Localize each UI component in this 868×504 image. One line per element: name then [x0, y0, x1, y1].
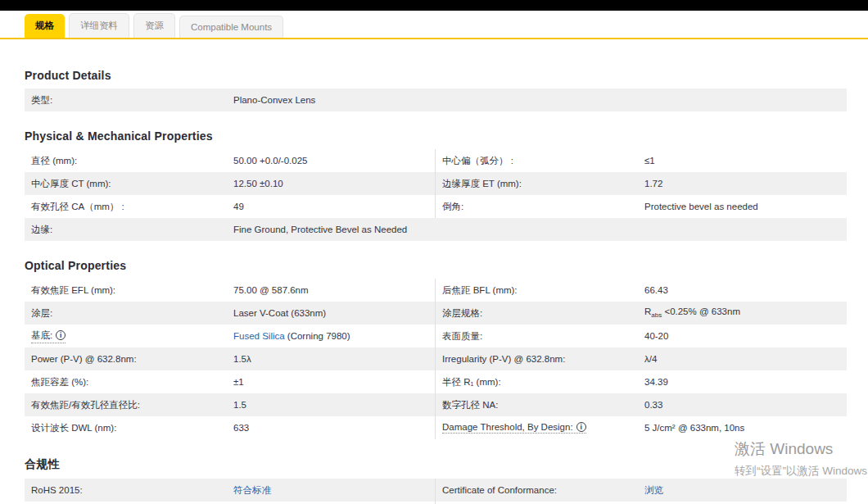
edge-label: 边缘: — [25, 224, 233, 236]
efl-ca-ratio-label: 有效焦距/有效孔径直径比: — [25, 399, 233, 411]
numerical-aperture-value: 0.33 — [644, 400, 847, 410]
section-title-optical: Optical Properties — [25, 259, 847, 272]
spec-row-dwl-damage: 设计波长 DWL (nm): 633 Damage Threshold, By … — [25, 416, 847, 439]
type-label: 类型: — [25, 94, 233, 107]
design-wavelength-value: 633 — [233, 423, 435, 433]
tab-bar: 规格 详细资料 资源 Compatible Mounts — [0, 11, 868, 39]
fused-silica-link[interactable]: Fused Silica — [233, 331, 285, 341]
spec-row-tolerance-radius: 焦距容差 (%): ±1 半径 R₁ (mm): 34.39 — [25, 370, 847, 393]
edge-thickness-value: 1.72 — [644, 179, 847, 188]
spec-row-power-irregularity: Power (P-V) @ 632.8nm: 1.5λ Irregularity… — [25, 347, 847, 370]
spec-row-edge: 边缘: Fine Ground, Protective Bevel as Nee… — [25, 218, 847, 241]
coc-browse-link[interactable]: 浏览 — [644, 485, 663, 495]
radius-r1-value: 34.39 — [644, 377, 847, 387]
diameter-label: 直径 (mm): — [25, 155, 233, 167]
rohs-label: RoHS 2015: — [25, 485, 233, 495]
substrate-value: Fused Silica (Corning 7980) — [233, 331, 435, 341]
diameter-value: 50.00 +0.0/-0.025 — [233, 156, 435, 166]
rohs-compliant-link[interactable]: 符合标准 — [233, 485, 271, 495]
substrate-label[interactable]: 基底:i — [31, 329, 66, 343]
numerical-aperture-label: 数字孔径 NA: — [436, 399, 644, 411]
spec-row-rohs-coc: RoHS 2015: 符合标准 Certificate of Conforman… — [25, 479, 847, 502]
spec-content: Product Details 类型: Plano-Convex Lens Ph… — [0, 69, 868, 504]
tab-compatible-mounts[interactable]: Compatible Mounts — [179, 16, 283, 38]
section-title-physical: Physical & Mechanical Properties — [25, 129, 847, 143]
certificate-of-conformance-label: Certificate of Conformance: — [436, 485, 644, 495]
bevel-value: Protective bevel as needed — [644, 202, 847, 211]
radius-r1-label: 半径 R₁ (mm): — [436, 376, 644, 388]
damage-threshold-value: 5 J/cm² @ 633nm, 10ns — [644, 423, 847, 433]
coating-value: Laser V-Coat (633nm) — [233, 308, 435, 318]
spec-row-efl-bfl: 有效焦距 EFL (mm): 75.00 @ 587.6nm 后焦距 BFL (… — [25, 279, 847, 302]
tab-resources[interactable]: 资源 — [133, 13, 175, 38]
spec-row-ratio-na: 有效焦距/有效孔径直径比: 1.5 数字孔径 NA: 0.33 — [25, 393, 847, 416]
decenter-value: ≤1 — [644, 156, 847, 166]
coating-spec-value: Rabs <0.25% @ 633nm — [644, 306, 847, 319]
surface-quality-label: 表面质量: — [436, 330, 644, 343]
coating-spec-label: 涂层规格: — [436, 307, 644, 320]
bfl-label: 后焦距 BFL (mm): — [436, 284, 644, 297]
design-wavelength-label: 设计波长 DWL (nm): — [25, 422, 233, 434]
tab-specs[interactable]: 规格 — [25, 14, 65, 38]
irregularity-value: λ/4 — [644, 354, 847, 364]
efl-ca-ratio-value: 1.5 — [233, 400, 435, 410]
optical-properties-table: 有效焦距 EFL (mm): 75.00 @ 587.6nm 后焦距 BFL (… — [25, 279, 847, 439]
info-icon[interactable]: i — [576, 422, 586, 432]
spec-row-diameter-decenter: 直径 (mm): 50.00 +0.0/-0.025 中心偏（弧分） : ≤1 — [25, 149, 847, 172]
spec-row-substrate-surface: 基底:i Fused Silica (Corning 7980) 表面质量: 4… — [25, 325, 847, 347]
compliance-table: RoHS 2015: 符合标准 Certificate of Conforman… — [25, 479, 847, 504]
bfl-value: 66.43 — [644, 285, 847, 295]
info-icon[interactable]: i — [56, 330, 66, 340]
spec-row-ca-bevel: 有效孔径 CA（mm） : 49 倒角: Protective bevel as… — [25, 195, 847, 218]
type-value: Plano-Convex Lens — [233, 95, 847, 105]
spec-row-ct-et: 中心厚度 CT (mm): 12.50 ±0.10 边缘厚度 ET (mm): … — [25, 172, 847, 195]
top-black-bar — [0, 0, 868, 11]
power-label: Power (P-V) @ 632.8nm: — [25, 354, 233, 364]
focal-length-tolerance-value: ±1 — [233, 377, 435, 387]
surface-quality-value: 40-20 — [644, 331, 847, 341]
spec-row-coating: 涂层: Laser V-Coat (633nm) 涂层规格: Rabs <0.2… — [25, 302, 847, 325]
clear-aperture-value: 49 — [233, 202, 435, 211]
power-value: 1.5λ — [233, 354, 435, 364]
edge-value: Fine Ground, Protective Bevel as Needed — [233, 225, 847, 234]
edge-thickness-label: 边缘厚度 ET (mm): — [436, 178, 644, 190]
section-title-compliance: 合规性 — [25, 457, 847, 472]
decenter-label: 中心偏（弧分） : — [436, 155, 644, 167]
efl-value: 75.00 @ 587.6nm — [233, 285, 435, 295]
product-details-table: 类型: Plano-Convex Lens — [25, 89, 847, 111]
tab-details[interactable]: 详细资料 — [69, 13, 129, 38]
physical-properties-table: 直径 (mm): 50.00 +0.0/-0.025 中心偏（弧分） : ≤1 … — [25, 149, 847, 241]
center-thickness-label: 中心厚度 CT (mm): — [25, 178, 233, 190]
clear-aperture-label: 有效孔径 CA（mm） : — [25, 201, 233, 213]
center-thickness-value: 12.50 ±0.10 — [233, 179, 435, 188]
spec-row-type: 类型: Plano-Convex Lens — [25, 89, 847, 111]
damage-threshold-label[interactable]: Damage Threshold, By Design:i — [442, 422, 586, 434]
irregularity-label: Irregularity (P-V) @ 632.8nm: — [436, 354, 644, 364]
efl-label: 有效焦距 EFL (mm): — [25, 284, 233, 297]
coating-label: 涂层: — [25, 307, 233, 320]
bevel-label: 倒角: — [436, 201, 644, 213]
focal-length-tolerance-label: 焦距容差 (%): — [25, 376, 233, 388]
section-title-product-details: Product Details — [25, 69, 847, 82]
